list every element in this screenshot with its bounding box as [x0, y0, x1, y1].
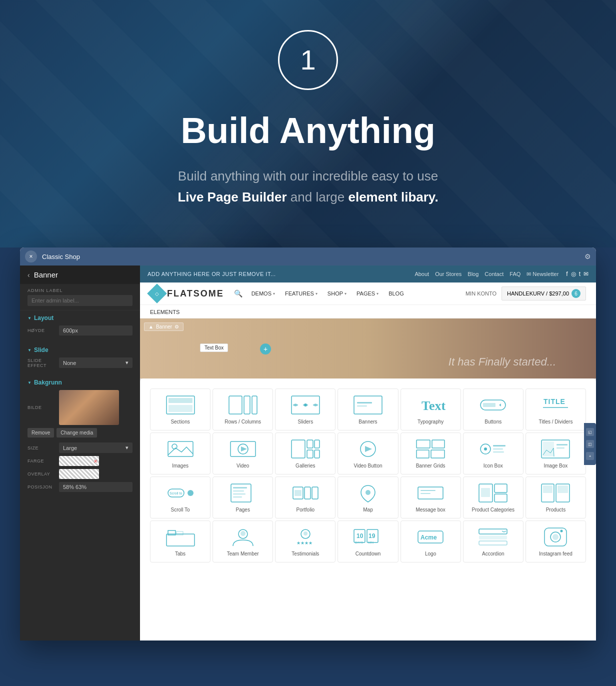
farge-swatch[interactable]: ✕: [59, 456, 99, 466]
element-banners[interactable]: Banners: [338, 388, 398, 430]
toggle-btn-2[interactable]: ◫: [586, 440, 594, 448]
element-video[interactable]: Video: [212, 432, 273, 474]
svg-rect-45: [556, 448, 564, 448]
element-logo[interactable]: Acme Logo: [400, 520, 461, 562]
svg-rect-57: [294, 490, 302, 496]
image-thumbnail[interactable]: [59, 390, 119, 425]
admin-label-input[interactable]: [28, 295, 132, 306]
element-sliders[interactable]: Sliders: [275, 388, 336, 430]
svg-rect-53: [233, 496, 242, 498]
add-element-button[interactable]: +: [260, 344, 271, 354]
element-portfolio[interactable]: Portfolio: [275, 476, 336, 518]
svg-point-38: [484, 448, 487, 450]
element-testimonials[interactable]: ★★★★ Testimonials: [275, 520, 336, 562]
svg-rect-29: [307, 450, 313, 458]
element-rows[interactable]: Rows / Columns: [212, 388, 273, 430]
element-videobutton[interactable]: Video Button: [338, 432, 398, 474]
element-imagebox[interactable]: Image Box: [526, 432, 586, 474]
size-label: SIZE: [28, 446, 55, 450]
element-titles[interactable]: TITLE Titles / Dividers: [526, 388, 586, 430]
subnav-elements[interactable]: ELEMENTS: [150, 309, 180, 315]
element-products[interactable]: Products: [526, 476, 586, 518]
nav-pages[interactable]: PAGES ▾: [352, 288, 384, 299]
teammember-label: Team Member: [227, 551, 259, 557]
nav-features[interactable]: FEATURES ▾: [280, 288, 322, 299]
element-scrollto[interactable]: Scroll to Scroll To: [150, 476, 210, 518]
overlay-swatch[interactable]: [59, 469, 99, 479]
facebook-icon[interactable]: f: [566, 270, 568, 278]
slide-effect-select[interactable]: None ▾: [59, 358, 132, 368]
search-icon[interactable]: 🔍: [234, 290, 242, 298]
text-box-label[interactable]: Text Box: [200, 344, 228, 352]
map-label: Map: [363, 507, 372, 513]
svg-text:10: 10: [356, 532, 364, 540]
banner-edit-label[interactable]: ▲ Banner ⚙: [144, 322, 184, 331]
element-sections[interactable]: Sections: [150, 388, 210, 430]
nav-shop[interactable]: SHOP ▾: [322, 288, 352, 299]
accordion-icon: [478, 526, 508, 548]
element-accordion[interactable]: Accordion: [463, 520, 524, 562]
svg-point-58: [366, 490, 370, 495]
size-select[interactable]: Large ▾: [59, 442, 132, 453]
cart-button[interactable]: HANDLEKURV / $297,00 6: [502, 286, 586, 300]
element-buttons[interactable]: Buttons: [463, 388, 524, 430]
countdown-label: Countdown: [356, 551, 381, 557]
nav-demos[interactable]: DEMOS ▾: [246, 288, 280, 299]
social-icons: f ◎ t ✉: [566, 270, 588, 278]
toggle-btn-3[interactable]: +: [586, 452, 594, 460]
element-messagebox[interactable]: Message box: [400, 476, 461, 518]
banner-area: ▲ Banner ⚙ Text Box + It has Finally sta…: [140, 318, 596, 378]
website-logo[interactable]: ◇ FLATSOME: [150, 286, 224, 300]
slide-section: Slide SLIDE EFFECT None ▾: [20, 342, 140, 375]
buttons-icon: [478, 394, 508, 416]
elements-overlay: Sections Rows / Columns: [140, 378, 596, 640]
twitter-icon[interactable]: t: [579, 270, 580, 278]
element-iconbox[interactable]: Icon Box: [463, 432, 524, 474]
email-icon[interactable]: ✉: [584, 270, 588, 278]
gear-icon[interactable]: ⚙: [584, 252, 591, 260]
element-map[interactable]: Map: [338, 476, 398, 518]
back-arrow-icon[interactable]: ‹: [28, 271, 30, 279]
close-button[interactable]: ×: [25, 250, 37, 262]
images-label: Images: [172, 463, 188, 469]
element-pages[interactable]: Pages: [212, 476, 273, 518]
sliders-label: Sliders: [298, 419, 314, 425]
logo-element-label: Logo: [425, 551, 436, 557]
account-label[interactable]: MIN KONTO: [466, 290, 496, 296]
ui-screenshot: × Classic Shop ⚙ ‹ Banner ADMIN LABEL La…: [20, 248, 596, 640]
element-tabs[interactable]: Tabs: [150, 520, 210, 562]
svg-text:DAYS: DAYS: [355, 541, 363, 544]
element-productcategories[interactable]: Product Categories: [463, 476, 524, 518]
element-typography[interactable]: Text Typography: [400, 388, 461, 430]
topbar-link-faq[interactable]: FAQ: [510, 271, 520, 278]
element-countdown[interactable]: 10 DAYS 19 MIN Countdown: [338, 520, 398, 562]
topbar-link-contact[interactable]: Contact: [484, 271, 504, 278]
svg-text:Acme: Acme: [420, 534, 437, 541]
toggle-btn-1[interactable]: ◱: [586, 428, 594, 436]
galleries-icon: [290, 438, 320, 460]
element-teammember[interactable]: Team Member: [212, 520, 273, 562]
topbar-link-about[interactable]: About: [414, 271, 429, 278]
hero-section: 1 Build Anything Build anything with our…: [0, 0, 616, 248]
height-value[interactable]: 600px: [59, 326, 132, 336]
topbar-link-stores[interactable]: Our Stores: [435, 271, 462, 278]
topbar-link-newsletter[interactable]: ✉ Newsletter: [526, 271, 558, 278]
instagram-icon-topbar[interactable]: ◎: [571, 270, 576, 278]
farge-row: FARGE ✕: [28, 456, 132, 466]
iconbox-icon: [478, 438, 508, 460]
farge-label: FARGE: [28, 458, 55, 464]
scrollto-label: Scroll To: [170, 507, 190, 513]
slide-effect-label: SLIDE EFFECT: [28, 358, 55, 368]
svg-rect-27: [307, 440, 313, 448]
element-images[interactable]: Images: [150, 432, 210, 474]
element-instagram[interactable]: Instagram feed: [526, 520, 586, 562]
element-galleries[interactable]: Galleries: [275, 432, 336, 474]
element-bannergrids[interactable]: Banner Grids: [400, 432, 461, 474]
posisjon-value[interactable]: 58% 63%: [59, 482, 132, 492]
change-media-button[interactable]: Change media: [56, 428, 97, 438]
svg-rect-72: [176, 532, 183, 535]
remove-button[interactable]: Remove: [28, 428, 54, 438]
topbar-link-blog[interactable]: Blog: [468, 271, 478, 278]
nav-blog[interactable]: BLOG: [384, 288, 409, 299]
svg-rect-51: [233, 490, 244, 492]
